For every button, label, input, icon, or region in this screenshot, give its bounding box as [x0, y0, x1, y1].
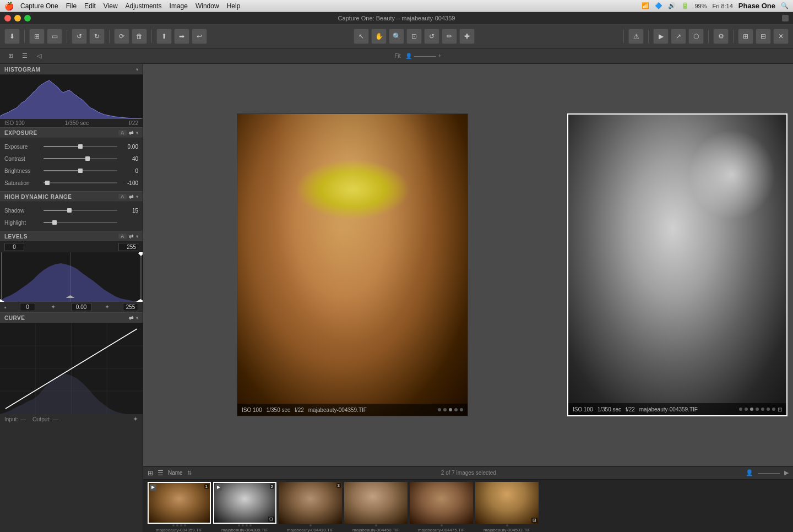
- menu-edit[interactable]: Edit: [84, 2, 96, 10]
- heal-tool[interactable]: ✚: [459, 29, 475, 44]
- filmstrip-grid-button[interactable]: ⊞: [148, 469, 153, 477]
- mid-eyedropper[interactable]: ✦: [51, 303, 56, 311]
- menu-view[interactable]: View: [104, 2, 118, 10]
- exposure-auto-icon[interactable]: ⇄: [129, 130, 134, 136]
- compare-expand-icon[interactable]: ⊡: [778, 406, 782, 412]
- thumb-2[interactable]: ▶ 2 ⊡ majabeauty-004389.TIF: [213, 482, 276, 530]
- minimize-button[interactable]: [14, 15, 21, 21]
- crop-tool[interactable]: ⊡: [406, 29, 422, 44]
- thumb-badge-2: ▶: [215, 484, 222, 491]
- collection-button[interactable]: ⊞: [29, 29, 45, 44]
- apple-menu[interactable]: 🍎: [4, 2, 14, 10]
- menu-capture-one[interactable]: Capture One: [20, 2, 58, 10]
- thumb-image-5[interactable]: [410, 482, 473, 524]
- exposure-slider[interactable]: [44, 146, 117, 147]
- image-viewer[interactable]: ISO 100 1/350 sec f/22 majabeauty-004359…: [143, 64, 793, 466]
- levels-header[interactable]: LEVELS A ⇄ ▾: [0, 231, 143, 242]
- thumb-image-3[interactable]: 3: [279, 482, 342, 524]
- contrast-slider[interactable]: [44, 158, 117, 159]
- white-eyedropper[interactable]: ✦: [105, 303, 110, 311]
- levels-output-white[interactable]: [123, 303, 138, 311]
- menu-adjustments[interactable]: Adjustments: [126, 2, 162, 10]
- rotate-tool[interactable]: ↺: [424, 29, 439, 44]
- zoom-tool[interactable]: 🔍: [389, 29, 404, 44]
- export2-button[interactable]: ⬡: [688, 29, 704, 44]
- battery-icon: 🔋: [681, 2, 689, 9]
- shadow-slider[interactable]: [44, 210, 117, 211]
- pan-tool[interactable]: ✋: [371, 29, 387, 44]
- dot-2: [443, 408, 447, 411]
- compare-button[interactable]: ⊟: [756, 29, 771, 44]
- hdr-adjustments: Shadow 15 Highlight: [0, 202, 143, 231]
- layout-button[interactable]: ⊞: [738, 29, 753, 44]
- export-button[interactable]: ↗: [671, 29, 686, 44]
- curve-header[interactable]: CURVE ⇄ ▾: [0, 312, 143, 323]
- fullscreen-button[interactable]: [24, 15, 31, 21]
- brightness-slider[interactable]: [44, 170, 117, 171]
- levels-black-input[interactable]: [4, 243, 24, 251]
- cursor-tool[interactable]: ↖: [354, 29, 369, 44]
- thumb-number-3: 3: [336, 483, 341, 488]
- curve-canvas[interactable]: [0, 323, 143, 414]
- menu-help[interactable]: Help: [227, 2, 241, 10]
- histogram-header[interactable]: HISTOGRAM ▾: [0, 64, 143, 75]
- thumb-image-4[interactable]: [344, 482, 408, 524]
- thumb-image-6[interactable]: ⊡: [475, 482, 539, 524]
- menu-image[interactable]: Image: [170, 2, 188, 10]
- alert-button[interactable]: ⚠: [628, 29, 644, 44]
- thumb-1[interactable]: ▶ 1 majabeauty-004359.TIF: [148, 482, 211, 530]
- thumb-label-3: majabeauty-004410.TIF: [279, 527, 342, 533]
- delete-button[interactable]: 🗑: [132, 29, 147, 44]
- curve-output-label: Output:: [32, 416, 51, 422]
- highlight-label: Highlight: [4, 220, 40, 226]
- reset-button[interactable]: ⟳: [114, 29, 129, 44]
- menu-file[interactable]: File: [66, 2, 77, 10]
- search-icon[interactable]: 🔍: [781, 2, 789, 9]
- window-close-btn[interactable]: [782, 15, 789, 21]
- menu-window[interactable]: Window: [195, 2, 219, 10]
- saturation-slider[interactable]: [44, 182, 117, 183]
- thumb-image-2[interactable]: ▶ 2 ⊡: [213, 482, 276, 524]
- process-button[interactable]: ▶: [653, 29, 669, 44]
- main-image[interactable]: ISO 100 1/350 sec f/22 majabeauty-004359…: [237, 113, 468, 416]
- thumb-6[interactable]: ⊡ majabeauty-004503.TIF: [475, 482, 539, 530]
- grid-view-button[interactable]: ⊞: [4, 50, 17, 62]
- levels-output-black[interactable]: [20, 303, 35, 311]
- settings-button[interactable]: ⚙: [713, 29, 729, 44]
- black-eyedropper[interactable]: ▪: [4, 304, 7, 311]
- paste-settings-button[interactable]: ➡: [174, 29, 189, 44]
- curve-auto-icon[interactable]: ⇄: [129, 315, 134, 321]
- levels-white-input[interactable]: [118, 243, 138, 251]
- shadow-row: Shadow 15: [0, 204, 143, 216]
- list-view-button[interactable]: ☰: [19, 50, 31, 62]
- hdr-header[interactable]: HIGH DYNAMIC RANGE A ⇄ ▾: [0, 191, 143, 202]
- apply-button[interactable]: ↩: [192, 29, 207, 44]
- thumb-image-1[interactable]: ▶ 1: [148, 482, 211, 524]
- levels-output-mid[interactable]: [72, 303, 91, 311]
- exposure-header[interactable]: EXPOSURE A ⇄ ▾: [0, 127, 143, 138]
- highlight-slider[interactable]: [44, 222, 117, 223]
- separator-6: [648, 30, 649, 43]
- undo-button[interactable]: ↺: [72, 29, 87, 44]
- filmstrip-arrow[interactable]: ▶: [784, 469, 789, 476]
- brush-tool[interactable]: ✏: [442, 29, 457, 44]
- hdr-auto-icon[interactable]: ⇄: [129, 194, 134, 200]
- close-panel-button[interactable]: ✕: [773, 29, 789, 44]
- close-button[interactable]: [4, 15, 11, 21]
- sort-icon[interactable]: ⇅: [187, 470, 192, 476]
- filmstrip-list-button[interactable]: ☰: [157, 469, 164, 477]
- curve-controls: ⇄ ▾: [129, 315, 138, 321]
- browser-button[interactable]: ▭: [47, 29, 62, 44]
- redo-button[interactable]: ↻: [89, 29, 105, 44]
- thumb-5[interactable]: majabeauty-004475.TIF: [410, 482, 473, 530]
- copy-settings-button[interactable]: ⬆: [156, 29, 172, 44]
- panel-toggle-left[interactable]: ◁: [33, 50, 45, 62]
- thumb-4[interactable]: majabeauty-004450.TIF: [344, 482, 408, 530]
- compare-image[interactable]: ISO 100 1/350 sec f/22 majabeauty-004359…: [567, 113, 787, 416]
- thumb-3[interactable]: 3 majabeauty-004410.TIF: [279, 482, 342, 530]
- curve-eyedropper-button[interactable]: ✦: [133, 415, 138, 423]
- levels-auto-icon[interactable]: ⇄: [129, 234, 134, 240]
- levels-badge: A: [118, 234, 127, 239]
- import-button[interactable]: ⬇: [4, 29, 20, 44]
- battery-percent: 99%: [694, 3, 707, 9]
